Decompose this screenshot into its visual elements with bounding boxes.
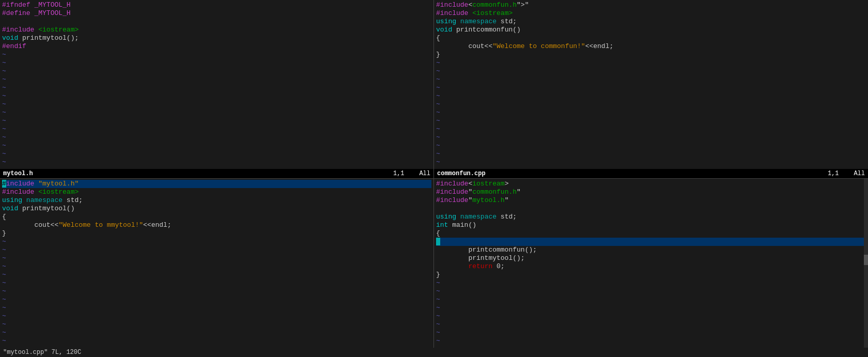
code-line: printmytool();	[436, 254, 866, 262]
code-line: ~	[2, 117, 431, 125]
code-line: #include <iostream>	[2, 188, 431, 196]
code-area-bottom-right: #include<iostream>#include"commonfun.h"#…	[434, 179, 868, 348]
code-line: ~	[436, 166, 866, 169]
code-line: ~	[2, 304, 431, 312]
code-line: {	[436, 34, 866, 42]
filename-top-left: mytool.h	[3, 170, 33, 177]
code-line: {	[436, 229, 866, 238]
code-line: ~	[2, 262, 431, 271]
scrollbar-thumb[interactable]	[864, 255, 868, 265]
code-line: using namespace std;	[436, 18, 866, 26]
pane-top-left[interactable]: #ifndef _MYTOOL_H#define _MYTOOL_H#inclu…	[0, 0, 434, 179]
code-line: cout<<"Welcome to commonfun!"<<endl;	[436, 42, 866, 51]
code-line: #ifndef _MYTOOL_H	[2, 1, 431, 9]
code-line: ~	[436, 133, 866, 142]
code-line: ~	[2, 246, 431, 254]
pane-bottom-left[interactable]: #include "mytool.h"#include <iostream>us…	[0, 179, 434, 358]
code-line: ~	[436, 337, 866, 345]
code-line: }	[436, 51, 866, 59]
code-line: #include <iostream>	[2, 26, 431, 34]
code-line: ~	[436, 287, 866, 296]
status-bar-top-right: commonfun.cpp 1,1 All	[434, 169, 868, 178]
code-line: void printmytool();	[2, 34, 431, 42]
code-line: }	[2, 229, 431, 238]
code-line: ~	[436, 320, 866, 329]
code-line: #include <iostream>	[436, 9, 866, 18]
code-line: ~	[436, 150, 866, 158]
code-line: ~	[2, 92, 431, 100]
code-line: ~	[2, 320, 431, 329]
code-line: ~	[436, 329, 866, 337]
code-line: ~	[2, 133, 431, 142]
code-line: ~	[2, 67, 431, 75]
code-line: ~	[436, 296, 866, 304]
code-line: ~	[2, 271, 431, 279]
code-line: ~	[2, 158, 431, 166]
code-line: ~	[436, 75, 866, 84]
code-line: int main()	[436, 221, 866, 229]
code-line: ~	[436, 92, 866, 100]
code-line: ~	[2, 329, 431, 337]
code-line: #endif	[2, 42, 431, 51]
code-line: ~	[2, 150, 431, 158]
code-line: ~	[436, 279, 866, 287]
code-line: ~	[2, 166, 431, 169]
code-line: #define _MYTOOL_H	[2, 9, 431, 18]
code-line: ~	[436, 108, 866, 117]
code-line: ~	[2, 296, 431, 304]
code-line: cout<<"Welcome to mmytool!"<<endl;	[2, 221, 431, 229]
code-line: ~	[436, 125, 866, 133]
code-area-top-left: #ifndef _MYTOOL_H#define _MYTOOL_H#inclu…	[0, 0, 433, 169]
code-line: ~	[2, 142, 431, 150]
code-line: ~	[436, 312, 866, 320]
code-line: ~	[2, 59, 431, 67]
command-line-text: "mytool.cpp" 7L, 120C	[3, 349, 81, 356]
pos-top-left: 1,1 All	[393, 170, 430, 177]
code-line: using namespace std;	[436, 213, 866, 221]
filename-top-right: commonfun.cpp	[437, 170, 486, 177]
code-line: ~	[436, 117, 866, 125]
code-line: printcommonfun();	[436, 246, 866, 254]
code-line	[436, 205, 866, 213]
code-line: ~	[436, 304, 866, 312]
code-line: {	[2, 213, 431, 221]
code-line: ~	[436, 100, 866, 108]
code-line: ~	[2, 238, 431, 246]
code-area-bottom-left: #include "mytool.h"#include <iostream>us…	[0, 179, 433, 348]
code-line: ~	[436, 142, 866, 150]
code-line: ~	[2, 100, 431, 108]
code-line: ~	[436, 67, 866, 75]
code-line: ~	[2, 51, 431, 59]
code-line: void printmytool()	[2, 205, 431, 213]
pos-top-right: 1,1 All	[828, 170, 865, 177]
code-line: ~	[2, 287, 431, 296]
code-line: }	[436, 271, 866, 279]
code-line: #include"mytool.h"	[436, 196, 866, 205]
code-line: ~	[2, 75, 431, 84]
code-line: #include"commonfun.h"	[436, 188, 866, 196]
pane-top-right[interactable]: #include<commonfun.h">"#include <iostrea…	[434, 0, 868, 179]
code-line	[436, 238, 866, 246]
code-line: ~	[436, 158, 866, 166]
code-line: #include "mytool.h"	[2, 180, 431, 188]
code-line: ~	[2, 279, 431, 287]
code-line: ~	[436, 59, 866, 67]
code-line: void printcommonfun()	[436, 26, 866, 34]
pane-bottom-right[interactable]: #include<iostream>#include"commonfun.h"#…	[434, 179, 868, 358]
code-line: ~	[2, 108, 431, 117]
code-line: #include<iostream>	[436, 180, 866, 188]
command-line: "mytool.cpp" 7L, 120C	[0, 348, 868, 357]
scrollbar-track[interactable]	[864, 179, 868, 348]
vim-editor: #ifndef _MYTOOL_H#define _MYTOOL_H#inclu…	[0, 0, 868, 357]
status-bar-top-left: mytool.h 1,1 All	[0, 169, 433, 178]
code-line	[2, 18, 431, 26]
code-line: using namespace std;	[2, 196, 431, 205]
code-line: ~	[2, 312, 431, 320]
code-line: ~	[2, 254, 431, 262]
code-area-top-right: #include<commonfun.h">"#include <iostrea…	[434, 0, 868, 169]
code-line: ~	[2, 125, 431, 133]
code-line: return 0;	[436, 262, 866, 271]
code-line: ~	[2, 337, 431, 345]
code-line: ~	[2, 84, 431, 92]
code-line: #include<commonfun.h">"	[436, 1, 866, 9]
